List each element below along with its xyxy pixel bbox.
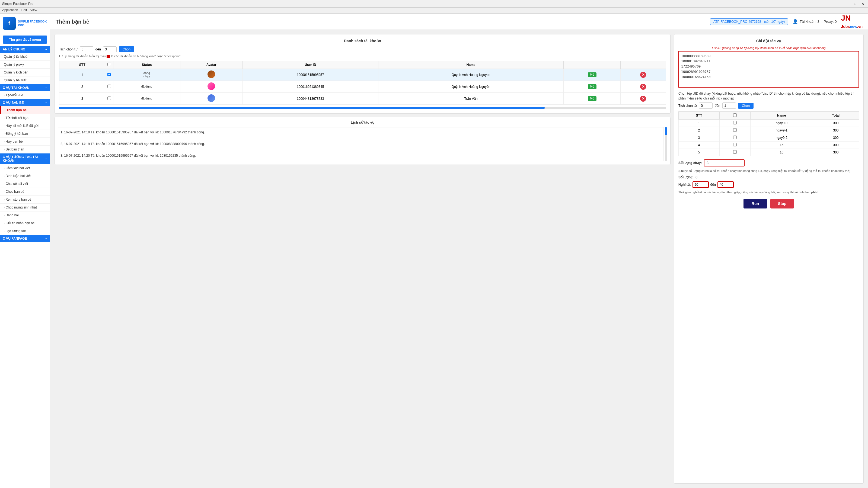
uid-chon-button[interactable]: Chọn	[738, 103, 753, 109]
table-scrollbar-track	[59, 107, 666, 109]
avatar	[208, 94, 215, 102]
header-right: ATP-FACEBOOK_PRO-4972198 - (còn 1/7 ngày…	[710, 14, 863, 30]
sidebar-section-cv-ban-be[interactable]: C VỤ BẠN BÈ −	[0, 99, 50, 106]
sidebar-section-cv-fanpage[interactable]: C VỤ FANPAGE −	[0, 235, 50, 242]
history-scrollbar-thumb[interactable]	[665, 127, 667, 135]
uid-cell-name: ngay9-0	[750, 120, 813, 127]
cell-avatar	[180, 81, 243, 93]
sidebar: f SIMPLE FACEBOOKPRO Thu gọn tất cả menu…	[0, 13, 50, 488]
uid-row-checkbox[interactable]	[733, 135, 737, 139]
menu-application[interactable]: Application	[2, 8, 18, 13]
tich-chon-tu-input[interactable]	[80, 46, 93, 52]
sidebar-item-huy-loi-moi[interactable]: · Hủy lời mời K.B đã gửi	[0, 122, 50, 130]
sidebar-item-quan-ly-bai-viet[interactable]: Quản lý bài viết	[0, 76, 50, 84]
delete-button[interactable]: ✕	[640, 96, 646, 102]
uid-cell-stt: 5	[679, 149, 720, 156]
account-filter-row: Tích chọn từ đến Chọn	[59, 46, 666, 52]
uid-table: STT Name Total 1 ngay9-0 300	[678, 111, 859, 156]
sidebar-item-huy-ban-be[interactable]: · Hủy bạn bè	[0, 138, 50, 145]
history-entry: 1, 16-07-2021 14:19 Tài khoản 1000015159…	[61, 130, 661, 135]
history-entry: 3, 16-07-2021 14:20 Tài khoản 1000015159…	[61, 153, 661, 159]
uid-row-checkbox[interactable]	[733, 143, 737, 147]
uid-cell-stt: 1	[679, 120, 720, 127]
sidebar-item-quan-ly-tai-khoan[interactable]: Quản lý tài khoản	[0, 53, 50, 61]
action-buttons: Run Stop	[678, 199, 859, 208]
so-luong-chay-label: Số lượng chạy:	[678, 161, 702, 165]
sidebar-item-chia-se-bai-viet[interactable]: · Chia sẻ bài viết	[0, 180, 50, 188]
open-button[interactable]: Mở	[588, 84, 596, 89]
collapse-menu-button[interactable]: Thu gọn tất cả menu	[3, 35, 47, 44]
select-all-checkbox[interactable]	[107, 63, 111, 66]
cell-stt: 3	[59, 93, 105, 105]
sidebar-item-tao-doi-2fa[interactable]: · Tạo/đổi 2FA	[0, 91, 50, 99]
delete-button[interactable]: ✕	[640, 72, 646, 78]
so-luong-chay-input[interactable]	[704, 159, 745, 166]
nghi-tu-input[interactable]	[692, 182, 709, 188]
uid-cell-stt: 3	[679, 134, 720, 141]
close-button[interactable]: ✕	[860, 1, 866, 6]
cell-status: đã dừng	[113, 81, 180, 93]
menu-edit[interactable]: Edit	[22, 8, 27, 13]
uid-tich-chon-tu-input[interactable]	[699, 102, 713, 109]
run-button[interactable]: Run	[744, 199, 767, 208]
sidebar-item-chuc-mung-sinh-nhat[interactable]: · Chúc mừng sinh nhật	[0, 204, 50, 212]
tich-chon-den-input[interactable]	[103, 46, 117, 52]
sidebar-item-quan-ly-kich-ban[interactable]: Quản lý kịch bản	[0, 69, 50, 76]
avatar	[208, 83, 215, 90]
history-title: Lịch sử tác vụ	[58, 120, 667, 124]
sidebar-section-cv-tai-khoan[interactable]: C VỤ TÀI KHOẢN −	[0, 84, 50, 91]
list-id-textarea[interactable]: 100000338139389 100001392043711 17224957…	[678, 51, 859, 88]
open-button[interactable]: Mở	[588, 72, 596, 77]
uid-cell-checkbox	[719, 127, 750, 134]
logo-icon: f	[3, 17, 16, 30]
open-button[interactable]: Mở	[588, 96, 596, 101]
account-list-box: Danh sách tài khoản Tích chọn từ đến Chọ…	[55, 34, 671, 113]
uid-cell-checkbox	[719, 134, 750, 141]
history-content: 1, 16-07-2021 14:19 Tài khoản 1000015159…	[58, 127, 664, 161]
menu-view[interactable]: View	[30, 8, 37, 13]
sidebar-item-gui-tin-nhan-ban-be[interactable]: · Gửi tin nhắn bạn bè	[0, 219, 50, 227]
uid-col-total: Total	[813, 112, 859, 120]
cell-checkbox	[105, 81, 113, 93]
sidebar-item-binh-luan-bai-viet[interactable]: · Bình luận bài viết	[0, 172, 50, 180]
chon-button[interactable]: Chọn	[119, 46, 134, 52]
row-checkbox[interactable]	[107, 73, 111, 76]
col-avatar: Avatar	[180, 61, 243, 69]
sidebar-item-dong-y-ket-ban[interactable]: · Đồng ý kết bạn	[0, 130, 50, 138]
uid-tich-chon-tu-label: Tích chọn từ	[678, 104, 697, 108]
minimize-button[interactable]: ─	[845, 1, 850, 6]
nghi-den-input[interactable]	[717, 182, 734, 188]
sidebar-item-xem-story-ban-be[interactable]: · Xem story bạn bè	[0, 196, 50, 204]
uid-col-name: Name	[750, 112, 813, 120]
cell-stt: 1	[59, 69, 105, 81]
row-checkbox[interactable]	[107, 97, 111, 100]
uid-row-checkbox[interactable]	[733, 128, 737, 132]
delete-button[interactable]: ✕	[640, 84, 646, 90]
uid-cell-total: 300	[813, 120, 859, 127]
sidebar-section-quan-ly-chung[interactable]: ÁN LÝ CHUNG −	[0, 46, 50, 53]
col-stt: STT	[59, 61, 105, 69]
table-scrollbar-thumb[interactable]	[59, 107, 545, 109]
tich-chon-tu-label: Tích chọn từ	[59, 47, 78, 51]
account-label: Tài khoản: 3	[800, 20, 819, 24]
cell-delete: ✕	[621, 81, 666, 93]
uid-tich-chon-den-input[interactable]	[722, 102, 736, 109]
sidebar-item-set-ban-than[interactable]: · Set bạn thân	[0, 145, 50, 154]
uid-select-all-checkbox[interactable]	[733, 113, 737, 117]
sidebar-item-loc-tuong-tac[interactable]: · Lọc tương tác	[0, 227, 50, 235]
sidebar-section-cv-tuong-tac[interactable]: C VỤ TƯƠNG TÁC TÀI KHOẢN −	[0, 154, 50, 164]
sidebar-item-dang-bai[interactable]: · Đăng bài	[0, 212, 50, 219]
sidebar-item-choc-ban-be[interactable]: · Chọc bạn bè	[0, 188, 50, 196]
sidebar-item-quan-ly-proxy[interactable]: Quản lý proxy	[0, 61, 50, 69]
uid-row-checkbox[interactable]	[733, 121, 737, 124]
avatar	[208, 70, 215, 78]
sidebar-section-toggle: −	[45, 157, 47, 161]
cell-status: đã dừng	[113, 93, 180, 105]
stop-button[interactable]: Stop	[770, 199, 794, 208]
row-checkbox[interactable]	[107, 85, 111, 88]
sidebar-item-tu-choi-ket-ban[interactable]: · Từ chối kết bạn	[0, 114, 50, 122]
uid-row-checkbox[interactable]	[733, 150, 737, 154]
sidebar-item-cam-xuc-bai-viet[interactable]: · Cảm xúc bài viết	[0, 164, 50, 172]
sidebar-item-them-ban-be[interactable]: · Thêm bạn bè	[0, 106, 50, 114]
maximize-button[interactable]: □	[852, 1, 858, 6]
